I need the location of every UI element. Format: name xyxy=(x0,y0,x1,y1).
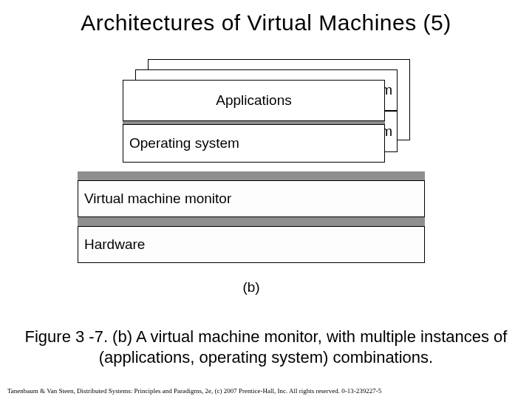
vmm-box: Virtual machine monitor xyxy=(78,180,425,217)
gap-vmm-hardware xyxy=(78,217,425,226)
copyright-footer: Tanenbaum & Van Steen, Distributed Syste… xyxy=(7,387,525,395)
operating-system-box: Operating system xyxy=(123,124,385,163)
vm-architecture-diagram: m m Applications Operating system Virtua… xyxy=(78,59,425,303)
page-title: Architectures of Virtual Machines (5) xyxy=(0,0,532,35)
hardware-box: Hardware xyxy=(78,226,425,263)
subfigure-label: (b) xyxy=(236,279,266,296)
figure-caption: Figure 3 -7. (b) A virtual machine monit… xyxy=(7,327,525,367)
stack-card-front: Applications Operating system xyxy=(123,80,385,163)
gap-stack-vmm xyxy=(78,171,425,180)
applications-box: Applications xyxy=(123,80,385,121)
